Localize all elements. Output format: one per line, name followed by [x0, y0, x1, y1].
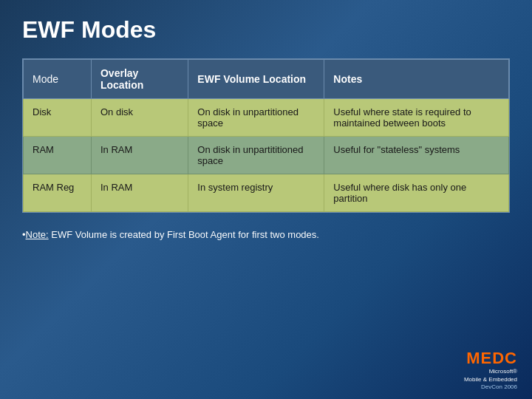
cell-ewf-ram: On disk in unpartititioned space	[188, 137, 324, 174]
ewf-modes-table: Mode Overlay Location EWF Volume Locatio…	[22, 58, 510, 213]
medc-sub2: Mobile & Embedded	[464, 376, 517, 383]
header-notes: Notes	[324, 60, 509, 99]
note-body: EWF Volume is created by First Boot Agen…	[49, 229, 319, 240]
table-row: Disk On disk On disk in unpartitioned sp…	[24, 99, 509, 137]
cell-mode-ramreg: RAM Reg	[24, 174, 92, 212]
note-label: Note:	[26, 229, 49, 240]
cell-notes-ram: Useful for "stateless" systems	[324, 137, 509, 174]
footer-note: •Note: EWF Volume is created by First Bo…	[0, 223, 532, 246]
header-overlay-location: Overlay Location	[91, 60, 188, 99]
medc-brand: MEDC	[464, 349, 517, 368]
cell-mode-disk: Disk	[24, 99, 92, 137]
cell-ewf-disk: On disk in unpartitioned space	[188, 99, 324, 137]
table-row: RAM Reg In RAM In system registry Useful…	[24, 174, 509, 212]
cell-mode-ram: RAM	[24, 137, 92, 174]
cell-overlay-ram: In RAM	[91, 137, 188, 174]
cell-notes-ramreg: Useful where disk has only one partition	[324, 174, 509, 212]
header-mode: Mode	[24, 60, 92, 99]
medc-sub1: Microsoft®	[464, 368, 517, 375]
cell-overlay-disk: On disk	[91, 99, 188, 137]
cell-ewf-ramreg: In system registry	[188, 174, 324, 212]
page-title: EWF Modes	[0, 0, 532, 51]
cell-overlay-ramreg: In RAM	[91, 174, 188, 212]
medc-logo: MEDC Microsoft® Mobile & Embedded DevCon…	[464, 349, 517, 390]
table-header-row: Mode Overlay Location EWF Volume Locatio…	[24, 60, 509, 99]
header-ewf-volume-location: EWF Volume Location	[188, 60, 324, 99]
table-row: RAM In RAM On disk in unpartititioned sp…	[24, 137, 509, 174]
cell-notes-disk: Useful where state is required to mainta…	[324, 99, 509, 137]
medc-devcon: DevCon 2006	[464, 383, 517, 390]
